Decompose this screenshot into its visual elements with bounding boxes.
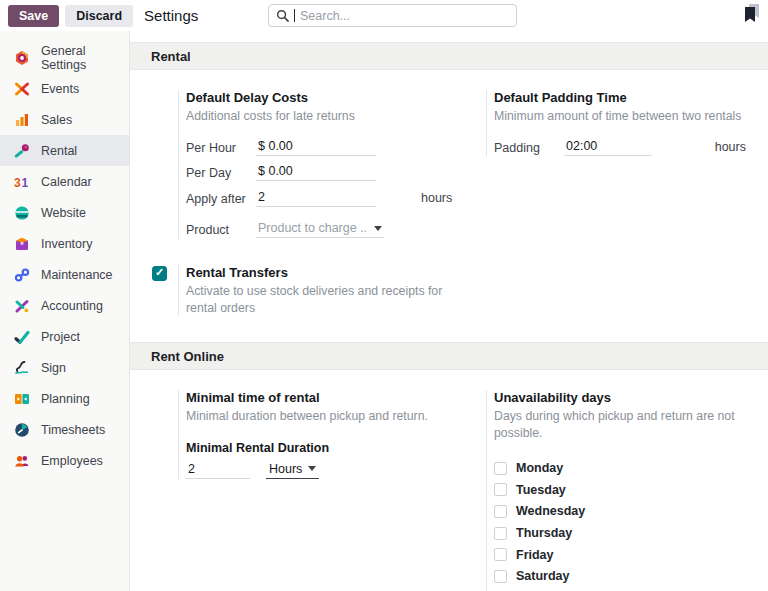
- apply-after-input[interactable]: [256, 190, 376, 207]
- discard-button[interactable]: Discard: [65, 5, 133, 27]
- accounting-icon: [13, 297, 30, 314]
- day-row-thursday: Thursday: [494, 522, 764, 544]
- sidebar-item-label: Calendar: [41, 175, 92, 189]
- monday-checkbox[interactable]: [494, 462, 507, 475]
- sidebar-item-label: Accounting: [41, 299, 103, 313]
- save-button[interactable]: Save: [8, 5, 59, 27]
- thursday-checkbox[interactable]: [494, 527, 507, 540]
- duration-unit-select[interactable]: Hours: [266, 462, 319, 479]
- setting-subtitle: Minimal duration between pickup and retu…: [186, 408, 460, 425]
- setting-box-default-padding-time: Default Padding Time Minimum amount of t…: [460, 90, 764, 156]
- sidebar-item-label: Employees: [41, 454, 103, 468]
- employees-icon: [13, 452, 30, 469]
- day-row-friday: Friday: [494, 544, 764, 566]
- sign-pen-icon: [13, 359, 30, 376]
- page-title: Settings: [144, 7, 198, 24]
- minimal-duration-input[interactable]: [186, 462, 250, 479]
- sidebar-item-label: Maintenance: [41, 268, 113, 282]
- setting-box-minimal-time: Minimal time of rental Minimal duration …: [152, 390, 460, 479]
- sidebar-item-label: Sign: [41, 361, 66, 375]
- sidebar-item-label: General Settings: [41, 44, 129, 72]
- setting-title: Default Padding Time: [494, 90, 764, 105]
- sidebar-item-general-settings[interactable]: General Settings: [0, 42, 129, 73]
- sidebar-item-label: Timesheets: [41, 423, 105, 437]
- tuesday-checkbox[interactable]: [494, 483, 507, 496]
- sidebar-item-maintenance[interactable]: Maintenance: [0, 259, 129, 290]
- per-day-label: Per Day: [186, 164, 256, 182]
- sidebar-item-label: Rental: [41, 144, 77, 158]
- padding-label: Padding: [494, 139, 564, 157]
- project-check-icon: [13, 328, 30, 345]
- product-label: Product: [186, 221, 256, 239]
- calendar-icon: 31: [13, 173, 30, 190]
- timesheets-clock-icon: [13, 421, 30, 438]
- bookmark-icon[interactable]: [744, 4, 760, 26]
- padding-unit: hours: [715, 139, 746, 154]
- saturday-checkbox[interactable]: [494, 570, 507, 583]
- sidebar-item-sign[interactable]: Sign: [0, 352, 129, 383]
- per-hour-label: Per Hour: [186, 139, 256, 157]
- sidebar-item-accounting[interactable]: Accounting: [0, 290, 129, 321]
- padding-input[interactable]: [564, 139, 652, 156]
- rental-transfers-checkbox[interactable]: [152, 266, 167, 281]
- website-globe-icon: [13, 204, 30, 221]
- section-header-rent-online: Rent Online: [130, 342, 768, 370]
- sidebar-item-sales[interactable]: Sales: [0, 104, 129, 135]
- maintenance-icon: [13, 266, 30, 283]
- setting-title: Unavailability days: [494, 390, 764, 405]
- sidebar-item-timesheets[interactable]: Timesheets: [0, 414, 129, 445]
- setting-subtitle: Days during which pickup and return are …: [494, 408, 764, 441]
- setting-box-unavailability-days: Unavailability days Days during which pi…: [460, 390, 764, 591]
- sidebar-item-planning[interactable]: Planning: [0, 383, 129, 414]
- section-header-rental: Rental: [130, 42, 768, 70]
- setting-box-default-delay-costs: Default Delay Costs Additional costs for…: [152, 90, 460, 239]
- apply-after-unit: hours: [421, 190, 452, 205]
- setting-subtitle: Minimum amount of time between two renta…: [494, 108, 764, 125]
- sidebar-item-rental[interactable]: Rental: [0, 135, 129, 166]
- setting-subtitle: Additional costs for late returns: [186, 108, 460, 125]
- events-icon: [13, 80, 30, 97]
- sidebar-item-label: Website: [41, 206, 86, 220]
- planning-icon: [13, 390, 30, 407]
- sidebar-item-calendar[interactable]: 31 Calendar: [0, 166, 129, 197]
- rental-key-icon: [13, 142, 30, 159]
- sales-icon: [13, 111, 30, 128]
- setting-box-rental-transfers: Rental Transfers Activate to use stock d…: [152, 265, 460, 316]
- search-icon: [276, 7, 289, 24]
- svg-text:1: 1: [21, 175, 28, 189]
- chevron-down-icon: [374, 226, 382, 231]
- wednesday-checkbox[interactable]: [494, 505, 507, 518]
- per-hour-input[interactable]: [256, 139, 376, 156]
- day-row-sunday: Sunday: [494, 587, 764, 591]
- sidebar-item-events[interactable]: Events: [0, 73, 129, 104]
- text-cursor: [294, 9, 295, 22]
- day-row-tuesday: Tuesday: [494, 479, 764, 501]
- settings-sidebar: General Settings Events Sales Rental 31 …: [0, 31, 130, 591]
- setting-subtitle: Activate to use stock deliveries and rec…: [186, 283, 460, 316]
- setting-title: Default Delay Costs: [186, 90, 460, 105]
- product-select[interactable]: Product to charge ...: [256, 221, 384, 238]
- day-row-saturday: Saturday: [494, 566, 764, 588]
- svg-text:3: 3: [14, 175, 21, 189]
- friday-checkbox[interactable]: [494, 548, 507, 561]
- settings-search[interactable]: [268, 4, 517, 27]
- unavailability-days-list: Monday Tuesday Wednesday: [494, 457, 764, 591]
- general-settings-icon: [13, 49, 30, 66]
- day-row-monday: Monday: [494, 457, 764, 479]
- setting-title: Minimal time of rental: [186, 390, 460, 405]
- sidebar-item-label: Project: [41, 330, 80, 344]
- per-day-input[interactable]: [256, 164, 376, 181]
- sidebar-item-label: Sales: [41, 113, 72, 127]
- settings-content: Rental Default Delay Costs Additional co…: [130, 31, 768, 591]
- sidebar-item-label: Events: [41, 82, 79, 96]
- sidebar-item-website[interactable]: Website: [0, 197, 129, 228]
- sidebar-item-inventory[interactable]: Inventory: [0, 228, 129, 259]
- search-input[interactable]: [300, 9, 509, 23]
- sidebar-item-label: Planning: [41, 392, 90, 406]
- sidebar-item-project[interactable]: Project: [0, 321, 129, 352]
- sidebar-item-employees[interactable]: Employees: [0, 445, 129, 476]
- day-row-wednesday: Wednesday: [494, 501, 764, 523]
- setting-title: Rental Transfers: [186, 265, 460, 280]
- inventory-icon: [13, 235, 30, 252]
- minimal-rental-duration-label: Minimal Rental Duration: [186, 441, 460, 455]
